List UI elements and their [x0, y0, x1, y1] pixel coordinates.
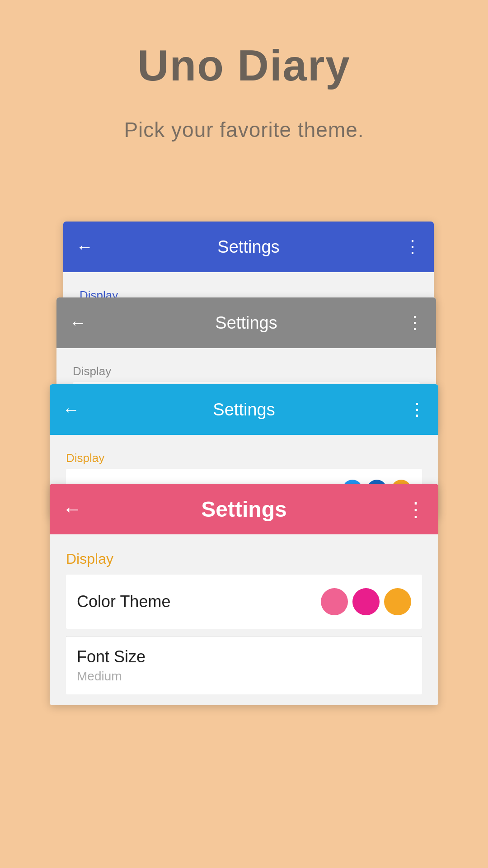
back-button-pink[interactable]: ← [62, 498, 82, 520]
font-size-label: Font Size [77, 647, 145, 666]
dot-pink-2 [352, 588, 380, 615]
back-button-blue[interactable]: ← [76, 237, 93, 257]
back-button-gray[interactable]: ← [69, 313, 86, 333]
dot-pink-3 [384, 588, 411, 615]
more-button-gray[interactable]: ⋮ [406, 313, 423, 333]
app-title: Uno Diary [0, 0, 488, 90]
appbar-pink: ← Settings ⋮ [50, 484, 438, 534]
section-label-cyan: Display [66, 444, 422, 469]
more-button-cyan[interactable]: ⋮ [408, 400, 426, 420]
back-button-cyan[interactable]: ← [62, 400, 80, 420]
setting-row-pink-font: Font Size Medium [66, 637, 422, 694]
appbar-title-gray: Settings [86, 313, 406, 333]
appbar-title-blue: Settings [93, 237, 404, 257]
font-size-value: Medium [77, 669, 122, 684]
dot-pink-1 [321, 588, 348, 615]
more-button-blue[interactable]: ⋮ [404, 237, 421, 257]
card-content-pink: Display Color Theme Font Size Medium [50, 534, 438, 705]
more-button-pink[interactable]: ⋮ [406, 498, 426, 521]
color-dots-pink [321, 588, 411, 615]
app-subtitle: Pick your favorite theme. [0, 118, 488, 142]
appbar-gray: ← Settings ⋮ [56, 297, 436, 348]
color-theme-label-pink: Color Theme [77, 592, 170, 611]
appbar-blue: ← Settings ⋮ [63, 222, 434, 272]
appbar-cyan: ← Settings ⋮ [50, 384, 438, 435]
section-label-gray: Display [73, 357, 420, 382]
appbar-title-cyan: Settings [80, 400, 408, 420]
appbar-title-pink: Settings [82, 497, 406, 522]
section-label-pink: Display [66, 543, 422, 575]
card-pink: ← Settings ⋮ Display Color Theme Font Si… [50, 484, 438, 705]
setting-row-pink-theme: Color Theme [66, 575, 422, 629]
